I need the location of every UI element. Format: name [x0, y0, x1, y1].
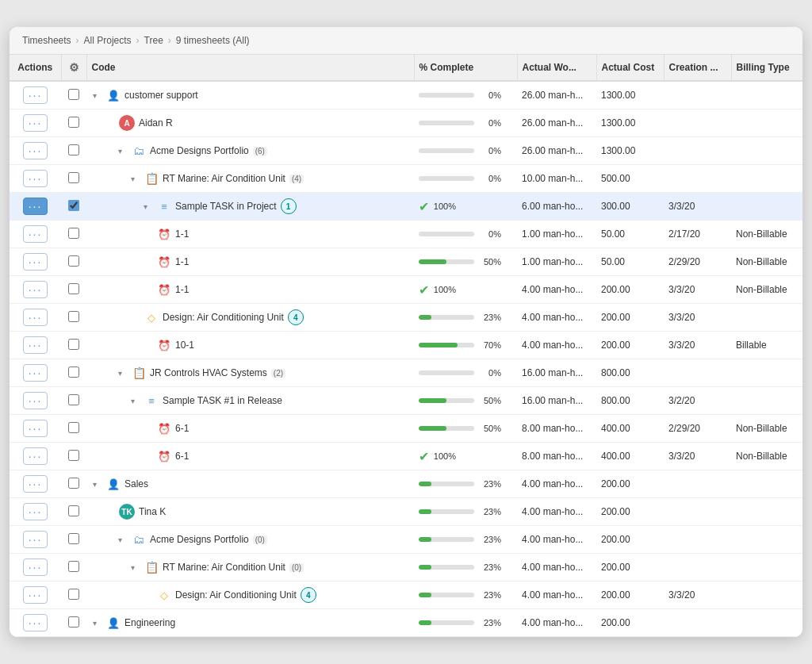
dots-button[interactable]: ···: [23, 253, 48, 271]
chevron-icon[interactable]: ▾: [131, 175, 140, 183]
dots-button[interactable]: ···: [23, 475, 48, 493]
timesheet-icon: ⏰: [157, 449, 171, 463]
chevron-icon[interactable]: ▾: [131, 397, 140, 405]
row-checkbox[interactable]: [68, 255, 79, 267]
progress-pct: 50%: [477, 424, 501, 433]
dots-button[interactable]: ···: [23, 364, 48, 382]
chevron-icon[interactable]: ▾: [118, 147, 128, 155]
row-checkbox[interactable]: [68, 89, 79, 100]
row-checkbox[interactable]: [68, 144, 79, 155]
row-checkbox[interactable]: [68, 589, 79, 600]
complete-cell: ✔ 100%: [414, 193, 517, 221]
row-checkbox[interactable]: [68, 478, 79, 489]
dots-button[interactable]: ···: [23, 86, 48, 104]
dots-button[interactable]: ···: [23, 170, 48, 187]
billing-cell: [731, 609, 802, 637]
table-row: ··· ◇ Design: Air Conditioning Unit 4 23…: [10, 304, 802, 332]
complete-check: ✔: [419, 282, 429, 297]
progress-pct: 50%: [477, 257, 501, 267]
progress-bar: [419, 343, 474, 347]
row-checkbox[interactable]: [68, 200, 79, 211]
progress-track: [419, 93, 474, 98]
actual-work-cell: 4.00 man-ho...: [517, 498, 596, 526]
actual-work-cell: 8.00 man-ho...: [517, 415, 596, 443]
dots-button[interactable]: ···: [23, 531, 48, 548]
complete-cell: ✔ 100%: [414, 276, 517, 304]
dots-button[interactable]: ···: [23, 225, 48, 243]
creation-cell: [664, 137, 731, 165]
billing-cell: Non-Billable: [731, 415, 802, 443]
progress-bar: [419, 93, 474, 98]
chevron-icon[interactable]: ▾: [131, 563, 140, 572]
row-checkbox[interactable]: [68, 228, 79, 239]
complete-cell: 0%: [414, 221, 517, 248]
row-checkbox[interactable]: [68, 561, 79, 572]
dots-button[interactable]: ···: [23, 392, 48, 409]
actual-work-cell: 10.00 man-h...: [517, 165, 596, 193]
col-gear[interactable]: ⚙: [61, 55, 86, 81]
row-checkbox[interactable]: [68, 533, 79, 544]
row-label: ⏰ 6-1: [144, 421, 409, 436]
timesheet-icon: ⏰: [157, 338, 171, 352]
progress-track: [419, 176, 474, 181]
row-checkbox[interactable]: [68, 283, 79, 294]
dots-button[interactable]: ···: [23, 558, 48, 576]
dots-button[interactable]: ···: [23, 309, 48, 326]
checkbox-cell: [61, 276, 86, 304]
avatar-icon: TK: [119, 504, 135, 520]
row-name: 1-1: [175, 228, 189, 240]
row-checkbox[interactable]: [68, 367, 79, 378]
actual-cost-cell: 800.00: [596, 359, 664, 387]
chevron-icon[interactable]: ▾: [93, 619, 102, 628]
row-checkbox[interactable]: [68, 311, 79, 322]
dots-button[interactable]: ···: [23, 447, 48, 465]
portfolio-icon: 🗂: [132, 532, 146, 547]
actual-work-cell: 4.00 man-ho...: [517, 554, 596, 581]
row-name: Acme Designs Portfolio: [150, 145, 249, 156]
row-label: ▾ 📋 RT Marine: Air Condition Unit (0): [131, 560, 409, 574]
dots-button[interactable]: ···: [23, 586, 48, 604]
count-badge: (0): [289, 563, 304, 572]
row-label: ▾ 👤 Engineering: [93, 616, 409, 630]
checkbox-cell: [61, 609, 86, 637]
row-name: 6-1: [175, 423, 189, 434]
chevron-icon[interactable]: ▾: [93, 91, 102, 100]
chevron-icon[interactable]: ▾: [118, 535, 128, 544]
row-checkbox[interactable]: [68, 422, 79, 433]
row-checkbox[interactable]: [68, 450, 79, 461]
chevron-icon[interactable]: ▾: [93, 480, 102, 489]
col-actions: Actions: [10, 55, 61, 81]
row-checkbox[interactable]: [68, 505, 79, 516]
code-cell: ▾ 👤 Sales: [86, 470, 414, 498]
actions-cell: ···: [10, 415, 61, 443]
row-checkbox[interactable]: [68, 172, 79, 183]
breadcrumb-tree[interactable]: Tree: [144, 35, 163, 46]
dots-button[interactable]: ···: [23, 614, 48, 631]
row-checkbox[interactable]: [68, 616, 79, 628]
subscriber-badge: 4: [301, 587, 316, 603]
dots-button[interactable]: ···: [23, 281, 48, 298]
row-checkbox[interactable]: [68, 117, 79, 128]
dots-button[interactable]: ···: [23, 198, 48, 215]
complete-cell: 23%: [414, 554, 517, 581]
count-badge: (4): [289, 175, 304, 183]
breadcrumb-all-projects[interactable]: All Projects: [84, 35, 132, 46]
row-label: A Aidan R: [105, 115, 409, 131]
billing-cell: Non-Billable: [731, 221, 802, 248]
billing-cell: [731, 470, 802, 498]
gear-icon[interactable]: ⚙: [69, 61, 79, 74]
progress-track: [419, 593, 474, 597]
dots-button[interactable]: ···: [23, 142, 48, 159]
chevron-icon[interactable]: ▾: [118, 369, 128, 378]
row-checkbox[interactable]: [68, 394, 79, 405]
dots-button[interactable]: ···: [23, 420, 48, 437]
billing-cell: [731, 498, 802, 526]
progress-bar: [419, 232, 474, 236]
dots-button[interactable]: ···: [23, 503, 48, 520]
breadcrumb-timesheets[interactable]: Timesheets: [22, 35, 71, 46]
dots-button[interactable]: ···: [23, 114, 48, 132]
dots-button[interactable]: ···: [23, 336, 48, 354]
chevron-icon[interactable]: ▾: [144, 202, 153, 211]
row-checkbox[interactable]: [68, 339, 79, 350]
table-row: ··· ▾ 📋 RT Marine: Air Condition Unit (0…: [10, 554, 802, 581]
